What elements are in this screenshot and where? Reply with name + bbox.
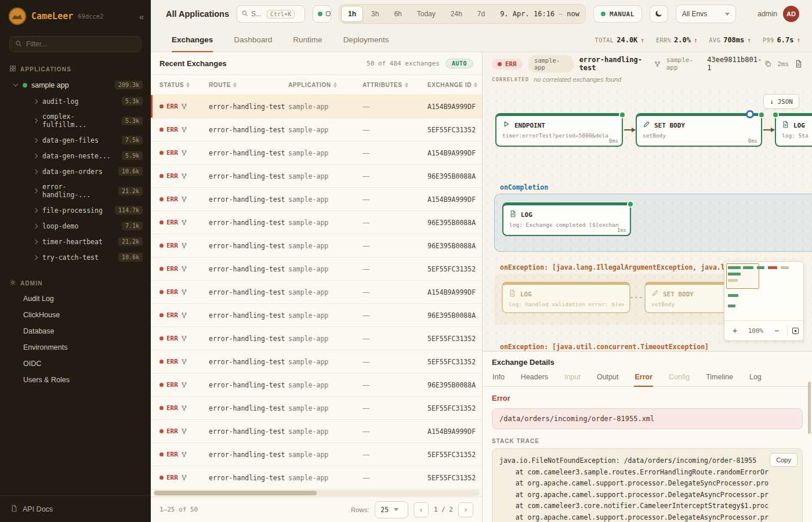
zoom-out-button[interactable]: − [771,325,782,336]
node-set-body[interactable]: SET BODY setBody 0ms [636,113,762,147]
node-completion-log[interactable]: LOG log: Exchange completed [${exchan 1m… [502,202,631,236]
table-row[interactable]: ERR error-handling-test sample-app — 5EF… [151,118,482,142]
date-range-picker[interactable]: 9. Apr. 16:16 — now [500,10,579,18]
auto-refresh-badge[interactable]: AUTO [445,59,473,68]
node-exception-log[interactable]: LOG log: Handled validation error: ${exc… [502,282,630,313]
column-route[interactable]: ROUTE [209,82,288,88]
attributes-cell: — [362,219,427,227]
live-toggle[interactable]: O [313,5,331,23]
sidebar-filter-input[interactable] [26,40,136,48]
column-status[interactable]: STATUS [160,82,209,88]
table-row[interactable]: ERR error-handling-test sample-app — A15… [151,142,482,165]
sidebar-item-sample-app[interactable]: sample app 209.3k [0,77,151,93]
document-icon[interactable] [795,60,803,68]
tab-runtime[interactable]: Runtime [293,28,322,52]
avatar[interactable]: AD [783,6,799,22]
sidebar-route-item[interactable]: audit-log 5.3k [0,93,151,109]
route-graph-canvas[interactable]: ↓ JSON ENDPOINT timer:errorTest?period=5… [483,87,812,351]
admin-menu-item[interactable]: Users & Roles [0,372,151,388]
scrollbar-thumb[interactable] [154,491,317,495]
exchange-id-cell: 5EF55FC31352 [427,404,482,412]
tab-log[interactable]: Log [749,372,762,387]
prev-page-button[interactable]: ‹ [414,502,429,517]
time-range-today[interactable]: Today [410,6,443,22]
tab-info[interactable]: Info [492,372,505,387]
admin-menu-item[interactable]: Environments [0,339,151,356]
copy-icon[interactable] [764,60,771,67]
next-page-button[interactable]: › [458,502,473,517]
route-label: audit-log [42,97,78,106]
table-row[interactable]: ERR error-handling-test sample-app — 5EF… [151,327,482,350]
tab-deployments[interactable]: Deployments [343,28,389,52]
download-json-button[interactable]: ↓ JSON [763,94,799,109]
sidebar-route-item[interactable]: data-gen-orders 10.6k [0,164,151,179]
table-row[interactable]: ERR error-handling-test sample-app — 5EF… [151,466,482,490]
global-search[interactable]: Ctrl+K [237,5,305,23]
route-name[interactable]: error-handling-test [579,56,661,72]
admin-menu-item[interactable]: OIDC [0,356,151,372]
sidebar-route-item[interactable]: timer-heartbeat 21.2k [0,234,151,249]
time-range-24h[interactable]: 24h [444,6,469,22]
environment-select[interactable]: All Envs [676,5,736,23]
zoom-in-button[interactable]: + [729,325,741,336]
sidebar-route-item[interactable]: error-handling-... 21.2k [0,179,151,202]
table-row[interactable]: ERR error-handling-test sample-app — A15… [151,188,482,211]
time-range-1h[interactable]: 1h [341,6,363,22]
admin-menu-item[interactable]: Audit Log [0,291,151,307]
route-label: timer-heartbeat [42,238,103,246]
sidebar-route-item[interactable]: file-processing 114.7k [0,202,151,218]
search-input[interactable] [251,10,264,18]
minimap[interactable]: + 100% − [724,261,804,341]
admin-menu-item[interactable]: Database [0,323,151,339]
admin-menu-item[interactable]: ClickHouse [0,307,151,323]
exchange-id-cell: 96E395B0088A [427,172,482,180]
tab-output[interactable]: Output [596,372,619,387]
table-row[interactable]: ERR error-handling-test sample-app — A15… [151,95,482,118]
column-attributes[interactable]: ATTRIBUTES [362,82,427,88]
sidebar-route-item[interactable]: try-catch-test 10.6k [0,249,151,265]
api-docs-link[interactable]: API Docs [0,495,151,522]
sidebar-route-item[interactable]: data-gen-files 7.5k [0,132,151,148]
fit-view-button[interactable] [787,325,799,336]
time-range-3h[interactable]: 3h [364,6,386,22]
sidebar-route-item[interactable]: data-gen-neste... 5.9k [0,148,151,164]
sidebar-route-item[interactable]: complex-fulfillm... 5.3k [0,109,151,132]
fork-icon [181,405,187,411]
column-application[interactable]: APPLICATION [288,82,362,88]
breakpoint-dot[interactable] [746,110,754,118]
table-row[interactable]: ERR error-handling-test sample-app — 96E… [151,304,482,327]
tab-timeline[interactable]: Timeline [705,372,734,387]
time-range-6h[interactable]: 6h [387,6,408,22]
table-row[interactable]: ERR error-handling-test sample-app — A15… [151,420,482,443]
table-row[interactable]: ERR error-handling-test sample-app — 5EF… [151,443,482,466]
dark-mode-toggle[interactable] [650,5,668,23]
table-row[interactable]: ERR error-handling-test sample-app — 96E… [151,165,482,188]
table-row[interactable]: ERR error-handling-test sample-app — A15… [151,281,482,304]
tab-headers[interactable]: Headers [520,372,549,387]
horizontal-scrollbar[interactable] [153,490,480,496]
tab-exchanges[interactable]: Exchanges [172,28,213,52]
tab-error[interactable]: Error [634,372,653,387]
tab-dashboard[interactable]: Dashboard [234,28,272,52]
fork-icon [181,474,187,481]
manual-refresh-button[interactable]: MANUAL [593,5,642,23]
route-cell: error-handling-test [209,311,288,320]
node-exception-set-body[interactable]: SET BODY setBody [644,282,734,313]
table-row[interactable]: ERR error-handling-test sample-app — 5EF… [151,397,482,420]
status-badge: ERR [166,126,178,133]
table-row[interactable]: ERR error-handling-test sample-app — 5EF… [151,258,482,281]
copy-button[interactable]: Copy [770,453,798,467]
node-log[interactable]: LOG log: Sta [775,113,812,147]
node-endpoint[interactable]: ENDPOINT timer:errorTest?period=5000&del… [495,113,623,147]
sidebar-collapse-button[interactable]: « [139,12,144,21]
sidebar-route-item[interactable]: loop-demo 7.1k [0,218,151,234]
table-row[interactable]: ERR error-handling-test sample-app — 96E… [151,211,482,234]
table-row[interactable]: ERR error-handling-test sample-app — 96E… [151,234,482,258]
column-exchange-id[interactable]: EXCHANGE ID [427,82,482,88]
table-row[interactable]: ERR error-handling-test sample-app — 5EF… [151,350,482,374]
time-range-7d[interactable]: 7d [470,6,492,22]
table-row[interactable]: ERR error-handling-test sample-app — 96E… [151,374,482,397]
rows-per-page-select[interactable]: 25 [375,501,408,519]
minimap-canvas[interactable] [724,262,803,321]
vertical-scrollbar[interactable] [808,382,811,434]
